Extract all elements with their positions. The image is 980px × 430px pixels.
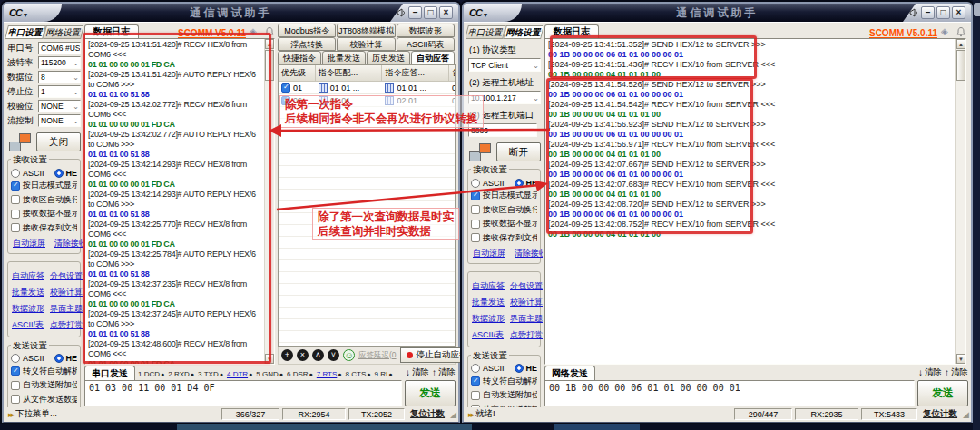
tab-network-settings[interactable]: 网络设置 bbox=[503, 25, 543, 39]
scroll-thumb[interactable] bbox=[265, 50, 274, 81]
scroll-down-icon[interactable]: ▼ bbox=[956, 354, 965, 364]
move-up-button[interactable] bbox=[312, 349, 324, 361]
checkbox[interactable] bbox=[11, 181, 20, 191]
move-down-button[interactable] bbox=[328, 349, 339, 361]
mid-tab[interactable]: 校验计算 bbox=[337, 37, 395, 51]
recv-option[interactable]: 按日志模式显示 bbox=[11, 180, 77, 191]
tool-link[interactable]: 点赞打赏 bbox=[510, 329, 543, 341]
scroll-up-icon[interactable]: ▲ bbox=[956, 39, 965, 49]
hex-radio[interactable] bbox=[514, 179, 524, 188]
send-option[interactable]: 转义符自动解析 ⓘ bbox=[471, 376, 537, 387]
tool-link[interactable]: 自动应答 bbox=[472, 280, 505, 292]
titlebar[interactable]: CC 通信调试助手 – □ × bbox=[4, 4, 458, 22]
send-button[interactable]: 发送 bbox=[405, 380, 456, 406]
mid-tab[interactable]: 数据波形 bbox=[397, 24, 455, 37]
recv-option[interactable]: 接收区自动换行 bbox=[471, 204, 537, 216]
reply-delay-label[interactable]: 应答延迟(0 bbox=[358, 350, 397, 361]
log-scrollbar[interactable]: ▲ ▼ bbox=[264, 39, 274, 364]
clear-recv-link[interactable]: 清除接收 bbox=[514, 248, 543, 259]
titlebar[interactable]: CC 通信调试助手 – □ × bbox=[464, 4, 971, 22]
tool-link[interactable]: 界面主题 bbox=[510, 313, 543, 325]
pin-indicator[interactable]: 6.DSR bbox=[287, 370, 313, 378]
ascii-radio[interactable] bbox=[471, 179, 480, 188]
scroll-up-icon[interactable]: ▲ bbox=[265, 39, 274, 49]
network-send-input[interactable] bbox=[544, 380, 915, 406]
close-window-button[interactable]: × bbox=[439, 6, 453, 19]
bell-icon[interactable] bbox=[956, 26, 966, 37]
checkbox[interactable] bbox=[471, 391, 480, 400]
pin-indicator[interactable]: 4.DTR bbox=[227, 370, 252, 378]
scroll-thumb[interactable] bbox=[956, 50, 965, 81]
tab-network-send[interactable]: 网络发送 bbox=[544, 366, 595, 380]
checkbox[interactable] bbox=[11, 195, 20, 204]
checkbox[interactable] bbox=[11, 366, 20, 376]
tab-serial-settings[interactable]: 串口设置 bbox=[466, 25, 506, 39]
statusbar-label[interactable]: 下拉菜单... bbox=[15, 408, 57, 420]
table-row[interactable]: 01 01 01 ... 01 01 ... 01 bbox=[279, 82, 455, 94]
mid-tab[interactable]: JT808终端模拟 bbox=[337, 24, 395, 37]
tool-link[interactable]: 分包设置 bbox=[510, 280, 543, 292]
field-combo[interactable]: 8 bbox=[38, 71, 81, 83]
hex-radio[interactable] bbox=[54, 169, 64, 178]
ascii-radio[interactable] bbox=[11, 354, 20, 363]
recv-option[interactable]: 接收数据不显示 bbox=[11, 208, 77, 220]
tool-link[interactable]: 校验计算 bbox=[50, 287, 83, 298]
clear-recv-link[interactable]: 清除接收 bbox=[54, 238, 83, 249]
resize-grip[interactable] bbox=[963, 410, 969, 419]
tool-link[interactable]: 自动应答 bbox=[12, 270, 44, 282]
clear-send-button[interactable]: 清除 bbox=[945, 366, 968, 380]
diamond-icon[interactable]: ◈ bbox=[250, 26, 260, 37]
field-combo[interactable]: NONE bbox=[38, 114, 81, 127]
tool-link[interactable]: 数据波形 bbox=[472, 313, 505, 325]
pin-indicator[interactable]: 2.RXD bbox=[168, 370, 194, 378]
field-combo[interactable]: NONE bbox=[38, 100, 81, 112]
recv-option[interactable]: 接收区自动换行 bbox=[11, 194, 77, 206]
ascii-radio[interactable] bbox=[11, 169, 20, 178]
send-button[interactable]: 发送 bbox=[917, 380, 968, 406]
minimize-button[interactable]: – bbox=[408, 6, 422, 19]
checkbox[interactable] bbox=[471, 220, 480, 229]
auto-scroll-link[interactable]: 自动滚屏 bbox=[13, 238, 45, 249]
reset-counter-link[interactable]: 复位计数 bbox=[923, 408, 957, 420]
mid-tab[interactable]: 浮点转换 bbox=[278, 37, 336, 51]
recv-option[interactable]: 接收保存到文件... bbox=[471, 232, 537, 244]
minimize-button[interactable]: – bbox=[921, 6, 935, 19]
close-port-button[interactable]: 关闭 bbox=[36, 132, 81, 151]
tool-link[interactable]: ASCII/表 bbox=[12, 319, 44, 331]
delete-rule-button[interactable] bbox=[297, 349, 309, 361]
close-window-button[interactable]: × bbox=[952, 6, 965, 19]
serial-send-input[interactable] bbox=[84, 380, 402, 406]
mid-tab[interactable]: 批量发送 bbox=[322, 51, 366, 64]
reset-counter-link[interactable]: 复位计数 bbox=[410, 408, 445, 420]
scroll-down-icon[interactable]: ▼ bbox=[265, 354, 274, 364]
log-scrollbar[interactable]: ▲ ▼ bbox=[956, 39, 965, 364]
mid-tab[interactable]: 自动应答 bbox=[411, 51, 455, 64]
maximize-button[interactable]: □ bbox=[936, 6, 950, 19]
checkbox[interactable] bbox=[11, 210, 20, 219]
tool-link[interactable]: 界面主题 bbox=[50, 303, 83, 315]
tool-link[interactable]: 校验计算 bbox=[510, 297, 543, 308]
send-option[interactable]: 转义符自动解析 ⓘ bbox=[11, 366, 77, 377]
tool-link[interactable]: 批量发送 bbox=[472, 297, 505, 308]
field-combo[interactable]: 115200 bbox=[38, 56, 81, 69]
tool-link[interactable]: 批量发送 bbox=[12, 287, 44, 298]
tab-data-log[interactable]: 数据日志 bbox=[84, 24, 139, 38]
pin-indicator[interactable]: 5.GND bbox=[256, 370, 283, 378]
tab-network-settings[interactable]: 网络设置 bbox=[43, 25, 83, 39]
mid-tab[interactable]: Modbus指令 bbox=[278, 24, 336, 37]
send-option[interactable]: 从文件发送数据.. bbox=[11, 394, 77, 406]
recv-option[interactable]: 接收保存到文件... bbox=[11, 222, 77, 234]
checkbox[interactable] bbox=[471, 233, 480, 242]
app-version-link[interactable]: SCOMM V5.0.11 bbox=[178, 28, 246, 38]
mid-tab[interactable]: 快捷指令 bbox=[278, 51, 321, 64]
tool-link[interactable]: 数据波形 bbox=[12, 303, 44, 315]
checkbox[interactable] bbox=[11, 395, 20, 404]
hex-radio[interactable] bbox=[514, 364, 524, 373]
maximize-button[interactable]: □ bbox=[424, 6, 437, 19]
recv-option[interactable]: 接收数据不显示 bbox=[471, 218, 537, 230]
protocol-type-combo[interactable]: TCP Client bbox=[468, 58, 541, 72]
tab-data-log[interactable]: 数据日志 bbox=[544, 24, 599, 38]
tab-serial-settings[interactable]: 串口设置 bbox=[5, 25, 46, 39]
clear-recv-button[interactable]: 清除 bbox=[918, 366, 942, 380]
pin-indicator[interactable]: 1.DCD bbox=[138, 370, 164, 378]
